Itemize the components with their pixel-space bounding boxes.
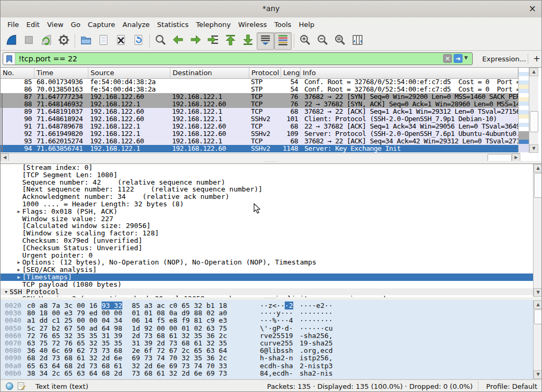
- expander-icon[interactable]: ▸: [15, 274, 22, 281]
- hex-row-0040[interactable]: 0040a1 dd c1 25 00 00 04 3406 14 f5 e8 f…: [1, 317, 541, 324]
- packet-row-94[interactable]: 9471.663856741192.168.122.1192.168.122.6…: [1, 145, 518, 152]
- packet-row-88[interactable]: 8871.648146932192.168.122.1192.168.122.6…: [1, 101, 518, 108]
- detail-line-10[interactable]: Checksum: 0x79ed [unverified]: [1, 237, 541, 244]
- details-vscrollbar[interactable]: ▲ ▼: [533, 164, 542, 297]
- detail-line-14[interactable]: ▸[SEQ/ACK analysis]: [1, 266, 541, 274]
- menu-view[interactable]: View: [44, 19, 68, 30]
- column-header-info[interactable]: Info: [301, 68, 518, 78]
- scrollbar-thumb[interactable]: [530, 111, 538, 132]
- column-header-source[interactable]: Source: [88, 68, 170, 78]
- scroll-up-icon[interactable]: ▲: [529, 68, 538, 76]
- menu-statistics[interactable]: Statistics: [155, 19, 193, 30]
- filter-bookmark-icon[interactable]: [3, 53, 15, 65]
- packet-row-93[interactable]: 9371.662015274192.168.122.60192.168.122.…: [1, 138, 518, 145]
- packet-list-vscrollbar[interactable]: ▲ ▼: [529, 68, 538, 153]
- scrollbar-thumb[interactable]: [534, 309, 542, 324]
- column-header-destination[interactable]: Destination: [170, 68, 249, 78]
- filter-clear-button[interactable]: ✕: [443, 54, 452, 63]
- detail-line-0[interactable]: [Stream index: 0]: [1, 164, 541, 171]
- detail-line-13[interactable]: ▸Options: (12 bytes), No-Operation (NOP)…: [1, 259, 541, 266]
- column-header-length[interactable]: Length: [281, 68, 301, 78]
- expert-info-icon[interactable]: [6, 382, 13, 390]
- hex-row-0070[interactable]: 007063 75 72 76 65 32 35 3531 39 2d 73 6…: [1, 340, 541, 347]
- detail-line-3[interactable]: [Next sequence number: 1122 (relative se…: [1, 186, 541, 193]
- hex-row-0060[interactable]: 006072 76 65 32 35 35 31 392d 73 68 61 3…: [1, 332, 541, 340]
- menu-telephony[interactable]: Telephony: [193, 19, 236, 30]
- menu-edit[interactable]: Edit: [24, 19, 44, 30]
- menu-file[interactable]: File: [5, 19, 24, 30]
- hex-row-0020[interactable]: 0020c0 a8 7a 3c 00 16 93 3285 a3 ac c0 6…: [1, 302, 541, 309]
- scroll-down-icon[interactable]: ▼: [529, 144, 538, 153]
- packet-row-89[interactable]: 8971.648191037192.168.122.60192.168.122.…: [1, 108, 518, 115]
- zoom-original-button[interactable]: [331, 32, 349, 50]
- colorize-button[interactable]: [274, 32, 292, 50]
- restart-capture-button[interactable]: [38, 32, 55, 50]
- bytes-vscrollbar[interactable]: ▲ ▼: [533, 300, 542, 379]
- go-back-button[interactable]: [169, 32, 187, 50]
- column-header-no[interactable]: No.: [1, 68, 34, 78]
- column-header-protocol[interactable]: Protocol: [249, 68, 281, 78]
- menu-tools[interactable]: Tools: [272, 19, 296, 30]
- detail-line-4[interactable]: Acknowledgment number: 34 (relative ack …: [1, 193, 541, 200]
- detail-line-11[interactable]: [Checksum Status: Unverified]: [1, 244, 541, 252]
- go-forward-button[interactable]: [187, 32, 204, 50]
- zoom-in-button[interactable]: [296, 32, 314, 50]
- packet-row-86[interactable]: 8670.013850163fe:54:00:d4:38:2aSTP54Conf…: [1, 86, 518, 93]
- menu-help[interactable]: Help: [296, 19, 319, 30]
- detail-line-16[interactable]: TCP payload (1080 bytes): [1, 281, 541, 288]
- filter-add-button[interactable]: +: [532, 53, 541, 63]
- scroll-down-icon[interactable]: ▼: [534, 370, 542, 379]
- capture-comment-icon[interactable]: [17, 382, 25, 392]
- detail-line-7[interactable]: Window size value: 227: [1, 215, 541, 223]
- expander-icon[interactable]: ▸: [15, 208, 22, 215]
- save-file-button[interactable]: [95, 32, 112, 50]
- open-file-button[interactable]: [77, 32, 95, 50]
- detail-line-6[interactable]: ▸Flags: 0x018 (PSH, ACK): [1, 208, 541, 215]
- filter-apply-button[interactable]: ➜: [454, 54, 463, 63]
- menu-capture[interactable]: Capture: [85, 19, 120, 30]
- detail-line-8[interactable]: [Calculated window size: 29056]: [1, 222, 541, 230]
- packet-row-90[interactable]: 9071.648618924192.168.122.60192.168.122.…: [1, 115, 518, 123]
- packet-row-92[interactable]: 9271.661949820192.168.122.1192.168.122.6…: [1, 130, 518, 138]
- detail-line-17[interactable]: ▾SSH Protocol: [1, 288, 541, 296]
- hex-row-0030[interactable]: 003080 18 00 e3 79 ed 00 0001 01 08 0a d…: [1, 309, 541, 317]
- packet-row-85[interactable]: 8568.001734936fe:54:00:d4:38:2aSTP54Conf…: [1, 78, 518, 86]
- hex-row-0090[interactable]: 009068 2d 73 68 61 32 2d 6e69 73 74 70 3…: [1, 354, 541, 362]
- packet-row-91[interactable]: 9171.648789678192.168.122.1192.168.122.6…: [1, 123, 518, 130]
- hex-row-0050[interactable]: 00505c 27 b2 67 50 ad 64 981d 92 00 00 0…: [1, 325, 541, 332]
- close-file-button[interactable]: [112, 32, 130, 50]
- expander-icon[interactable]: ▾: [3, 288, 10, 296]
- zoom-out-button[interactable]: [314, 32, 331, 50]
- display-filter-input[interactable]: !tcp.port == 22: [3, 52, 473, 65]
- detail-line-2[interactable]: Sequence number: 42 (relative sequence n…: [1, 179, 541, 186]
- detail-line-5[interactable]: 1000 .... = Header Length: 32 bytes (8): [1, 200, 541, 208]
- menu-wireless[interactable]: Wireless: [236, 19, 272, 30]
- scroll-up-icon[interactable]: ▲: [534, 300, 542, 309]
- expander-icon[interactable]: ▸: [15, 266, 22, 274]
- menu-go[interactable]: Go: [68, 19, 85, 30]
- go-last-button[interactable]: [239, 32, 257, 50]
- detail-line-9[interactable]: [Window size scaling factor: 128]: [1, 230, 541, 237]
- reload-file-button[interactable]: [130, 32, 147, 50]
- expression-button[interactable]: Expression...: [482, 55, 526, 63]
- resize-columns-button[interactable]: [349, 32, 366, 50]
- packet-list-minimap[interactable]: [518, 68, 529, 152]
- go-first-button[interactable]: [222, 32, 239, 50]
- scroll-down-icon[interactable]: ▼: [534, 288, 542, 297]
- scroll-up-icon[interactable]: ▲: [534, 164, 542, 172]
- stop-capture-button[interactable]: [20, 32, 38, 50]
- close-icon[interactable]: ×: [529, 3, 536, 14]
- detail-line-15[interactable]: ▸[Timestamps]: [1, 274, 541, 281]
- expander-icon[interactable]: ▸: [15, 259, 22, 266]
- hex-row-00a0[interactable]: 00a065 63 64 68 2d 73 68 6132 2d 6e 69 7…: [1, 362, 541, 370]
- auto-scroll-button[interactable]: [257, 32, 274, 50]
- scrollbar-thumb[interactable]: [534, 173, 542, 198]
- title-bar[interactable]: *any ×: [1, 1, 541, 18]
- status-profile[interactable]: Profile: Default: [486, 382, 537, 390]
- detail-line-12[interactable]: Urgent pointer: 0: [1, 252, 541, 259]
- packet-row-87[interactable]: 8771.647777234192.168.122.60192.168.122.…: [1, 93, 518, 101]
- hex-row-0080[interactable]: 008036 40 6c 69 62 73 73 682e 6f 72 67 2…: [1, 347, 541, 354]
- detail-line-1[interactable]: [TCP Segment Len: 1080]: [1, 171, 541, 179]
- go-to-packet-button[interactable]: [204, 32, 222, 50]
- column-header-time[interactable]: Time: [34, 68, 88, 78]
